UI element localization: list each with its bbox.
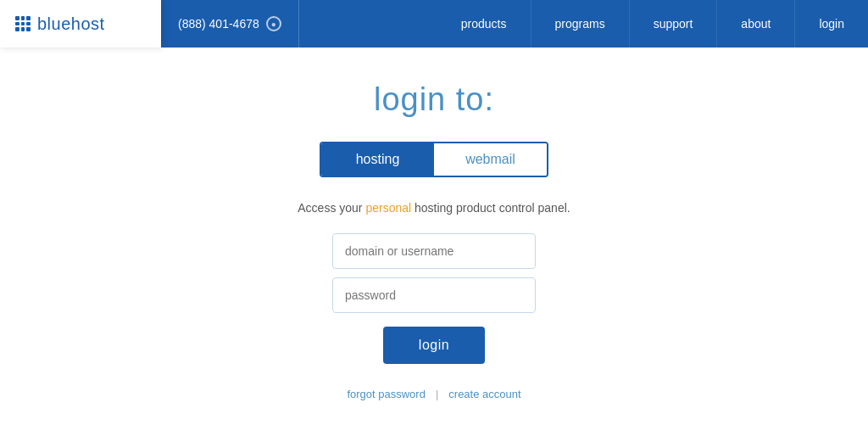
phone-number: (888) 401-4678 [178,17,259,31]
password-input[interactable] [332,277,536,313]
create-account-link[interactable]: create account [448,388,520,400]
main-nav: products programs support about login [299,0,868,48]
logo-grid-icon [15,16,31,31]
domain-username-input[interactable] [332,233,536,269]
login-form: login [0,233,868,364]
forgot-password-link[interactable]: forgot password [347,388,426,400]
logo-text: bluehost [37,14,105,34]
nav-products[interactable]: products [437,0,531,48]
nav-login[interactable]: login [795,0,868,48]
chat-icon[interactable]: ● [266,16,281,31]
nav-programs[interactable]: programs [531,0,630,48]
nav-about[interactable]: about [717,0,795,48]
description-before: Access your [298,201,365,215]
footer-links: forgot password | create account [347,388,520,400]
header-phone: (888) 401-4678 ● [161,0,299,48]
description-highlight: personal [365,201,411,215]
login-tabs: hosting webmail [320,142,548,177]
nav-support[interactable]: support [630,0,718,48]
site-header: bluehost (888) 401-4678 ● products progr… [0,0,868,48]
description: Access your personal hosting product con… [298,201,570,215]
logo-area: bluehost [0,0,161,48]
page-title: login to: [374,81,494,118]
main-content: login to: hosting webmail Access your pe… [0,48,868,400]
footer-separator: | [436,388,438,400]
tab-webmail[interactable]: webmail [434,143,547,176]
login-button[interactable]: login [383,327,485,364]
tab-hosting[interactable]: hosting [321,143,434,176]
description-after: hosting product control panel. [411,201,570,215]
